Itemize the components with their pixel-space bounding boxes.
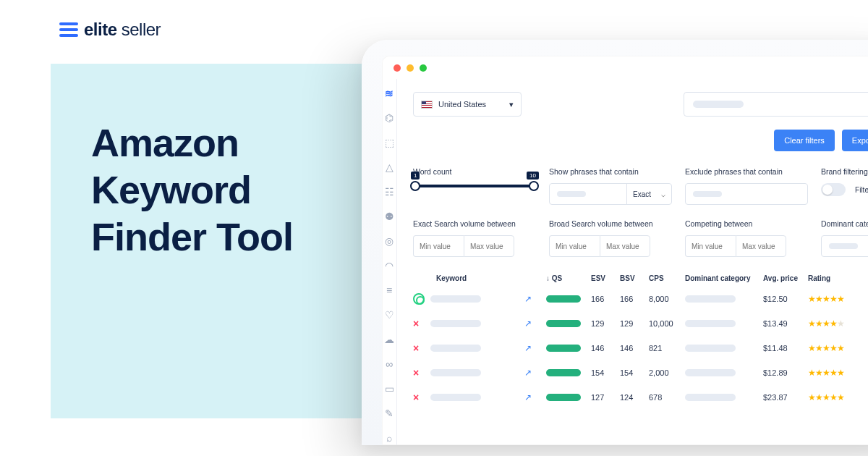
cell-rating: ★★★★★ (808, 343, 868, 353)
logo-mark-icon (59, 22, 78, 38)
sidebar-target-icon[interactable]: ◎ (382, 235, 396, 247)
sidebar-cart-icon[interactable]: ☷ (382, 186, 396, 198)
sidebar-link-icon[interactable]: ∞ (382, 358, 396, 370)
external-link-icon[interactable]: ↗ (524, 294, 532, 304)
dominant-category-filter: Dominant category ▾ (821, 219, 868, 257)
export-keywords-button[interactable]: Export Keywords (842, 130, 868, 151)
col-qs[interactable]: QS (546, 274, 591, 282)
cell-rating: ★★★★★ (808, 318, 868, 329)
keyword-search-input[interactable] (684, 92, 868, 117)
col-rating[interactable]: Rating (808, 274, 868, 282)
cell-cps: 821 (649, 344, 685, 352)
cell-cps: 10,000 (649, 319, 685, 328)
cell-cps: 678 (649, 393, 685, 402)
sidebar-search-icon[interactable]: ⌕ (382, 432, 396, 444)
sidebar-chat-icon[interactable]: ◠ (382, 260, 396, 271)
col-keyword[interactable]: Keyword (430, 274, 524, 282)
cell-price: $12.89 (763, 368, 808, 377)
filter-brands-toggle[interactable] (821, 183, 846, 196)
domcat-placeholder (685, 345, 736, 352)
sidebar-dashboard-icon[interactable]: ⌬ (382, 112, 396, 124)
col-cps[interactable]: CPS (649, 274, 685, 282)
minimize-dot-icon (407, 64, 414, 72)
table-row[interactable]: ×↗12912910,000$13.49★★★★★ (413, 311, 868, 336)
cell-bsv: 124 (620, 393, 649, 402)
exclude-phrases-input[interactable] (685, 183, 808, 205)
word-count-filter: Word count 1 10 (413, 167, 536, 205)
table-header: Keyword QS ESV BSV CPS Dominant category… (413, 274, 868, 287)
competing-filter: Competing between (685, 219, 808, 257)
domcat-placeholder (685, 394, 736, 401)
brand-seller: seller (117, 20, 161, 39)
cell-esv: 146 (591, 344, 620, 352)
cell-bsv: 166 (620, 295, 649, 303)
brand-filtering-block: Brand filtering Filter brands (821, 167, 868, 205)
match-mode-select[interactable]: Exact (626, 184, 671, 204)
hero-line-1: Amazon (91, 119, 293, 166)
table-row[interactable]: ×↗1541542,000$12.89★★★★★ (413, 360, 868, 385)
qs-bar (546, 394, 581, 401)
cell-bsv: 146 (620, 344, 649, 352)
sidebar-card-icon[interactable]: ▭ (382, 383, 396, 394)
word-count-slider[interactable]: 1 10 (413, 185, 536, 187)
broad-volume-filter: Broad Search volume between (549, 219, 672, 257)
status-ok-icon (413, 293, 425, 305)
external-link-icon[interactable]: ↗ (524, 392, 532, 402)
sidebar-tool-icon[interactable]: ✎ (382, 408, 396, 419)
keyword-placeholder (430, 345, 481, 352)
brand-logo: elite seller (59, 20, 161, 40)
country-select[interactable]: United States ▾ (413, 92, 522, 117)
sidebar-bell-icon[interactable]: △ (382, 161, 396, 173)
dominant-category-select[interactable]: ▾ (821, 235, 868, 257)
sidebar: ≋ ⌬ ⬚ △ ☷ ⚉ ◎ ◠ ≡ ♡ ☁ ∞ ▭ ✎ ⌕ ◉ (382, 79, 397, 445)
table-row[interactable]: ↗1661668,000$12.50★★★★★ (413, 287, 868, 311)
col-avgprice[interactable]: Avg. price (763, 274, 808, 282)
cell-bsv: 129 (620, 319, 649, 328)
cell-cps: 8,000 (649, 295, 685, 303)
sidebar-users-icon[interactable]: ⚉ (382, 211, 396, 222)
broad-max-input[interactable] (600, 235, 650, 257)
cell-rating: ★★★★★ (808, 294, 868, 304)
exact-max-input[interactable] (464, 235, 514, 257)
cell-bsv: 154 (620, 368, 649, 377)
col-bsv[interactable]: BSV (620, 274, 649, 282)
keyword-placeholder (430, 320, 481, 327)
show-phrases-input[interactable]: Exact (549, 183, 672, 205)
hero-line-3: Finder Tool (91, 214, 293, 261)
external-link-icon[interactable]: ↗ (524, 368, 532, 378)
exact-min-input[interactable] (413, 235, 464, 257)
cell-price: $13.49 (763, 319, 808, 328)
domcat-placeholder (685, 295, 736, 303)
col-esv[interactable]: ESV (591, 274, 620, 282)
status-x-icon: × (413, 318, 419, 329)
close-dot-icon (393, 64, 401, 72)
sidebar-box-icon[interactable]: ⬚ (382, 137, 396, 148)
table-row[interactable]: ×↗127124678$23.87★★★★★ (413, 385, 868, 410)
cell-esv: 154 (591, 368, 620, 377)
screen: ≋ ⌬ ⬚ △ ☷ ⚉ ◎ ◠ ≡ ♡ ☁ ∞ ▭ ✎ ⌕ ◉ (382, 56, 868, 445)
keyword-table: Keyword QS ESV BSV CPS Dominant category… (413, 274, 868, 410)
cell-price: $23.87 (763, 393, 808, 402)
external-link-icon[interactable]: ↗ (524, 343, 532, 353)
country-label: United States (438, 100, 486, 109)
sidebar-home-icon[interactable]: ≋ (382, 88, 396, 99)
sidebar-layers-icon[interactable]: ≡ (382, 284, 396, 296)
competing-min-input[interactable] (685, 235, 736, 257)
sidebar-badge-icon[interactable]: ♡ (382, 309, 396, 321)
maximize-dot-icon (420, 64, 427, 72)
clear-filters-button[interactable]: Clear filters (774, 130, 835, 151)
table-row[interactable]: ×↗146146821$11.48★★★★★ (413, 336, 868, 360)
window-traffic-lights (393, 64, 427, 72)
col-domcat[interactable]: Dominant category (685, 274, 763, 282)
sidebar-comment-icon[interactable]: ☁ (382, 334, 396, 345)
cell-price: $12.50 (763, 295, 808, 303)
domcat-placeholder (685, 369, 736, 376)
competing-max-input[interactable] (736, 235, 786, 257)
broad-min-input[interactable] (549, 235, 600, 257)
hero-title: Amazon Keyword Finder Tool (91, 119, 293, 260)
qs-bar (546, 345, 581, 352)
qs-bar (546, 320, 581, 327)
keyword-placeholder (430, 369, 481, 376)
laptop-frame: ≋ ⌬ ⬚ △ ☷ ⚉ ◎ ◠ ≡ ♡ ☁ ∞ ▭ ✎ ⌕ ◉ (362, 40, 868, 445)
external-link-icon[interactable]: ↗ (524, 318, 532, 329)
